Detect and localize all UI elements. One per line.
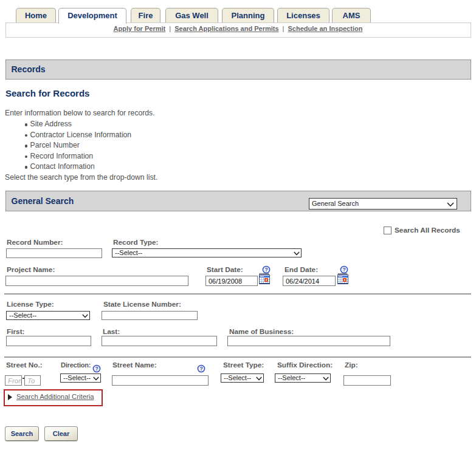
- svg-text:?: ?: [264, 267, 267, 273]
- svg-text:?: ?: [342, 267, 345, 273]
- svg-text:?: ?: [199, 366, 202, 372]
- svg-text:?: ?: [95, 366, 98, 372]
